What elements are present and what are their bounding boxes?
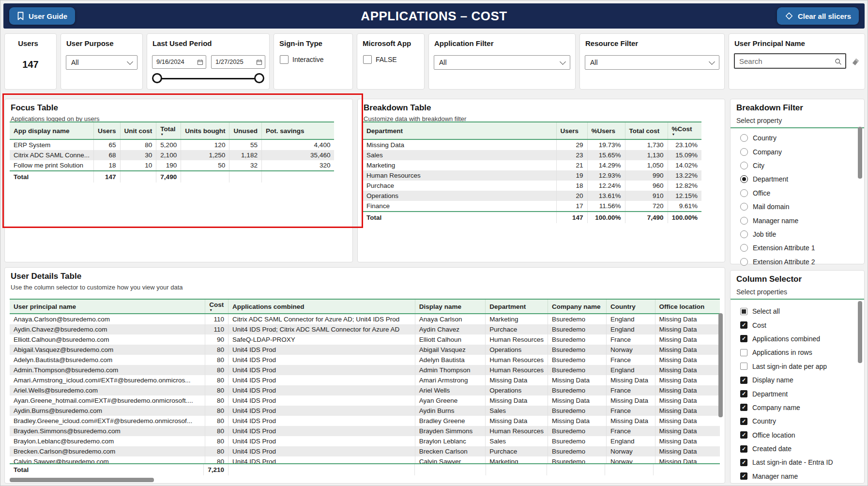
- user-guide-button[interactable]: User Guide: [9, 7, 75, 25]
- clear-all-slicers-button[interactable]: Clear all slicers: [777, 7, 859, 25]
- table-row[interactable]: Ayan.Greene_hotmail.com#EXT#@bsuredemo.o…: [10, 395, 720, 406]
- column-header-office-location[interactable]: Office location: [655, 299, 720, 314]
- checkbox-option-label: Cost: [752, 321, 766, 329]
- table-row[interactable]: Aydin.Burns@bsuredemo.com80Unit4 IDS Pro…: [10, 406, 720, 416]
- horizontal-scrollbar[interactable]: [10, 478, 154, 482]
- checkbox-option-manager-name[interactable]: ✓Manager name: [731, 470, 864, 483]
- table-row[interactable]: Adelyn.Bautista@bsuredemo.com80Unit4 IDS…: [10, 355, 720, 365]
- table-row[interactable]: Sales2315.65%1,13015.09%: [363, 150, 701, 160]
- column-header-users[interactable]: %Users: [587, 122, 625, 139]
- radio-button-icon: [740, 217, 748, 225]
- column-header-cost[interactable]: %Cost▼: [668, 122, 701, 139]
- radio-option-country[interactable]: Country: [731, 131, 864, 145]
- slider-handle-end[interactable]: [254, 73, 264, 83]
- checkbox-option-department[interactable]: ✓Department: [731, 387, 864, 400]
- table-row[interactable]: Ariel.Wells@bsuredemo.com80Unit4 IDS Pro…: [10, 385, 720, 395]
- checkbox-option-select-all[interactable]: Select all: [731, 304, 864, 318]
- focus-table-card: Focus Table Applications logged on by us…: [4, 99, 353, 262]
- start-date-input[interactable]: 9/16/2024: [152, 55, 206, 69]
- checkbox-option-last-sign-in-date-per-app[interactable]: Last sign-in date per app: [731, 360, 864, 373]
- table-row[interactable]: Bradley.Greene_icloud.com#EXT#@bsuredemo…: [10, 416, 720, 426]
- table-cell: Bsuredemo: [548, 385, 606, 395]
- table-row[interactable]: Braylon.Leblanc@bsuredemo.com80Unit4 IDS…: [10, 436, 720, 446]
- checkbox-option-cost[interactable]: ✓Cost: [731, 318, 864, 332]
- application-filter-dropdown[interactable]: All: [434, 55, 570, 70]
- column-header-app-display-name[interactable]: App display name: [10, 122, 94, 139]
- checkbox-icon: ✓: [740, 335, 747, 342]
- table-row[interactable]: ERP System65805,200120554,400: [10, 139, 334, 150]
- column-header-total-cost[interactable]: Total cost: [625, 122, 668, 139]
- radio-option-job-title[interactable]: Job title: [731, 228, 864, 241]
- radio-option-label: Extension Attribute 1: [753, 244, 815, 252]
- checkbox-option-office-location[interactable]: ✓Office location: [731, 428, 864, 442]
- column-header-users[interactable]: Users: [94, 122, 121, 139]
- column-header-unused[interactable]: Unused: [229, 122, 262, 139]
- radio-option-department[interactable]: Department: [731, 172, 864, 186]
- column-header-total[interactable]: Total▼: [156, 122, 181, 139]
- table-row[interactable]: Citrix ADC SAML Conne...68302,1001,2501,…: [10, 150, 334, 160]
- vertical-scrollbar[interactable]: [718, 313, 723, 417]
- scrollbar[interactable]: [858, 301, 862, 363]
- radio-option-manager-name[interactable]: Manager name: [731, 213, 864, 227]
- column-header-department[interactable]: Department: [486, 299, 548, 314]
- radio-option-extension-attribute-2[interactable]: Extension Attribute 2: [731, 255, 864, 269]
- checkbox-option-applications-in-rows[interactable]: Applications in rows: [731, 346, 864, 359]
- table-row[interactable]: Human Resources1912.93%99013.22%: [363, 170, 701, 181]
- table-row[interactable]: Calvin.Sawyer@bsuredemo.com80Unit4 IDS P…: [10, 456, 720, 463]
- interactive-checkbox[interactable]: Interactive: [280, 55, 324, 64]
- table-row[interactable]: Admin.Thompson@bsuredemo.com80Unit4 IDS …: [10, 365, 720, 375]
- checkbox-option-last-sign-in-date-entra-id[interactable]: ✓Last sign-in date - Entra ID: [731, 456, 864, 469]
- table-row[interactable]: Purchace1812.24%96012.82%: [363, 181, 701, 191]
- column-header-company-name[interactable]: Company name: [548, 299, 606, 314]
- column-header-unit-cost[interactable]: Unit cost: [120, 122, 156, 139]
- eraser-icon[interactable]: [851, 56, 861, 66]
- radio-option-city[interactable]: City: [731, 159, 864, 172]
- resource-filter-dropdown[interactable]: All: [585, 55, 719, 70]
- table-row[interactable]: Elliott.Calhoun@bsuredemo.com90SafeQ-LDA…: [10, 334, 720, 345]
- column-header-display-name[interactable]: Display name: [415, 299, 485, 314]
- user-purpose-dropdown[interactable]: All: [66, 55, 137, 70]
- table-row[interactable]: Missing Data2919.73%1,73023.10%: [363, 139, 701, 150]
- radio-option-office[interactable]: Office: [731, 186, 864, 200]
- end-date-input[interactable]: 1/27/2025: [211, 55, 265, 69]
- table-row[interactable]: Finance1711.56%7209.61%: [363, 201, 701, 212]
- date-range-slider[interactable]: [152, 73, 264, 85]
- column-header-applications-combined[interactable]: Applications combined: [228, 299, 415, 314]
- column-header-country[interactable]: Country: [607, 299, 655, 314]
- table-cell: Unit4 IDS Prod: [228, 406, 415, 416]
- table-cell: Unit4 IDS Prod: [228, 385, 415, 395]
- checkbox-option-created-date[interactable]: ✓Created date: [731, 442, 864, 456]
- table-row[interactable]: Operations2013.61%91012.15%: [363, 191, 701, 201]
- radio-option-company[interactable]: Company: [731, 145, 864, 158]
- table-row[interactable]: Anaya.Carlson@bsuredemo.com110Citrix ADC…: [10, 314, 720, 324]
- checkbox-option-country[interactable]: ✓Country: [731, 414, 864, 428]
- false-checkbox[interactable]: FALSE: [363, 55, 397, 64]
- table-row[interactable]: Aydin.Chavez@bsuredemo.com110Unit4 IDS P…: [10, 324, 720, 334]
- table-cell: 990: [625, 170, 668, 181]
- table-row[interactable]: Follow me print Solution18101905032320: [10, 160, 334, 171]
- checkbox-option-applications-combined[interactable]: ✓Applications combined: [731, 332, 864, 346]
- column-header-cost[interactable]: Cost▼: [205, 299, 228, 314]
- column-header-users[interactable]: Users: [556, 122, 587, 139]
- scrollbar[interactable]: [858, 127, 862, 179]
- radio-option-mail-domain[interactable]: Mail domain: [731, 200, 864, 213]
- column-header-department[interactable]: Department: [363, 122, 556, 139]
- slider-handle-start[interactable]: [152, 73, 162, 83]
- search-input[interactable]: [735, 54, 834, 68]
- column-header-pot-savings[interactable]: Pot. savings: [261, 122, 334, 139]
- table-row[interactable]: Marketing2114.29%1,05014.02%: [363, 160, 701, 170]
- column-header-user-principal-name[interactable]: User principal name: [10, 299, 205, 314]
- checkbox-option-company-name[interactable]: ✓Company name: [731, 401, 864, 414]
- table-cell: Brayden.Simmons@bsuredemo.com: [10, 426, 205, 436]
- table-row[interactable]: Abigail.Vasquez@bsuredemo.com80Unit4 IDS…: [10, 345, 720, 355]
- divider: [731, 299, 864, 300]
- table-row[interactable]: Amari.Armstrong_icloud.com#EXT#@bsuredem…: [10, 375, 720, 385]
- checkbox-option-display-name[interactable]: ✓Display name: [731, 373, 864, 387]
- radio-option-label: Department: [753, 175, 788, 183]
- search-box[interactable]: [734, 53, 846, 69]
- radio-option-extension-attribute-1[interactable]: Extension Attribute 1: [731, 241, 864, 255]
- column-header-units-bought[interactable]: Units bought: [181, 122, 229, 139]
- table-row[interactable]: Brecken.Carlson@bsuredemo.com80Unit4 IDS…: [10, 446, 720, 456]
- checkbox-option-label: Applications combined: [752, 335, 820, 343]
- table-row[interactable]: Brayden.Simmons@bsuredemo.com80Unit4 IDS…: [10, 426, 720, 436]
